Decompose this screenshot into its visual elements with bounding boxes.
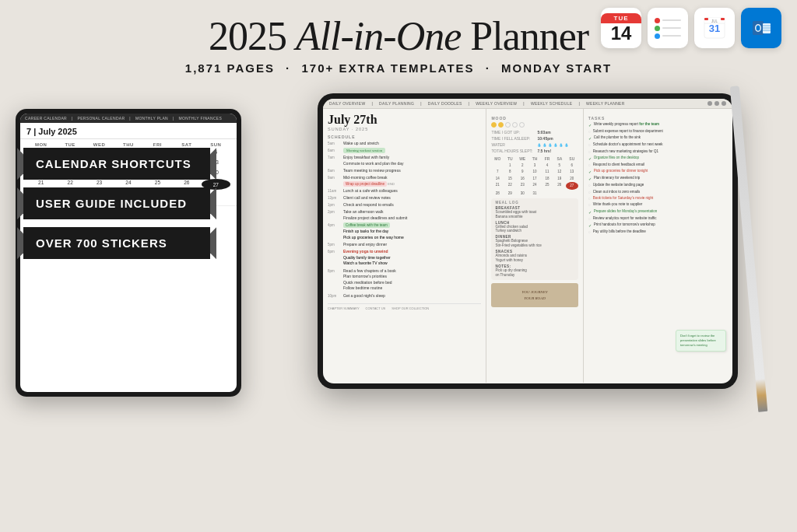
right-date: July 27th bbox=[328, 113, 481, 127]
left-header: 7 | July 2025 bbox=[20, 123, 237, 139]
nav-weekly-overview[interactable]: WEEKLY OVERVIEW bbox=[476, 101, 517, 106]
day-sun: SUN bbox=[202, 142, 230, 147]
sched-5am: 5am Wake up and stretch bbox=[328, 141, 481, 146]
badge-calendar-shortcuts: CALENDAR SHORTCUTS bbox=[23, 148, 210, 180]
tasks-row-3 bbox=[655, 33, 681, 39]
time-slept-row: TIME I FELL ASLEEP: 10:45pm bbox=[491, 136, 578, 141]
nav-monthly-plan[interactable]: MONTHLY PLAN bbox=[135, 116, 168, 121]
svg-text:31: 31 bbox=[709, 23, 720, 34]
sched-1pm: 1pm Check and respond to emails bbox=[328, 202, 481, 208]
mood-dot-1 bbox=[491, 122, 497, 128]
red-dot bbox=[655, 18, 660, 23]
nav-weekly-planner[interactable]: WEEKLY PLANNER bbox=[586, 101, 625, 106]
task-7: ○ Respond to client feedback email bbox=[588, 163, 728, 167]
templates-count: 170+ EXTRA TEMPLATES bbox=[301, 61, 474, 75]
nav-finances[interactable]: MONTHLY FINANCES bbox=[179, 116, 222, 121]
title-suffix: Planner bbox=[461, 14, 588, 58]
day-sat: SAT bbox=[172, 142, 201, 147]
mini-cal-row-3: 14 15 16 17 18 19 20 bbox=[491, 176, 578, 181]
mood-dot-2 bbox=[498, 122, 504, 128]
mini-cal-row-2: 7 8 9 10 11 12 13 bbox=[491, 169, 578, 174]
mood-dots-row bbox=[491, 122, 578, 128]
green-dot bbox=[655, 26, 660, 31]
title-prefix: 2025 bbox=[209, 14, 296, 58]
calendar-date: 14 bbox=[611, 24, 632, 43]
right-nav: DAILY OVERVIEW |DAILY PLANNING |DAILY DO… bbox=[323, 99, 732, 109]
motivational-card: YOU JOURNEYYOUR ROAD bbox=[491, 283, 578, 307]
mood-dot-5 bbox=[519, 122, 525, 128]
task-17: ○ Pay utility bills before the deadline bbox=[588, 229, 728, 234]
mini-cal-row-4: 21 22 23 24 25 26 27 bbox=[491, 182, 578, 190]
sched-6pm: 6pm Evening yoga to unwindQuality family… bbox=[328, 249, 481, 267]
right-day: SUNDAY · 2025 bbox=[328, 127, 481, 131]
task-1: ✓ Write weekly progress report for the t… bbox=[588, 122, 728, 128]
task-15: ○ Review analytics report for website tr… bbox=[588, 216, 728, 221]
nav-personal[interactable]: PERSONAL CALENDAR bbox=[78, 116, 125, 121]
dinner-items: Spaghetti BologneseStir-Fried vegetables… bbox=[495, 239, 574, 248]
task-8: ✓ Pick up groceries for dinner tonight bbox=[588, 169, 728, 174]
tasks-row-2 bbox=[655, 26, 681, 31]
mini-cal-row-1: 1 2 3 4 5 6 bbox=[491, 163, 578, 168]
nav-daily-planning[interactable]: DAILY PLANNING bbox=[379, 101, 414, 106]
nav-career[interactable]: CAREER CALENDAR bbox=[25, 116, 67, 121]
nav-dot-2 bbox=[714, 101, 719, 106]
task-16: ✓ Print handouts for tomorrow's workshop bbox=[588, 222, 728, 228]
nav-items: DAILY OVERVIEW |DAILY PLANNING |DAILY DO… bbox=[329, 101, 703, 106]
meal-log: MEAL LOG BREAKFAST Scrambled eggs with t… bbox=[491, 198, 578, 280]
nav-dot-3 bbox=[722, 101, 726, 106]
page-header: 2025 All-in-One Planner 1,871 PAGES · 17… bbox=[185, 14, 612, 75]
task-9: ✓ Plan itinerary for weekend trip bbox=[588, 176, 728, 181]
task-6: ✓ Organize files on the desktop bbox=[588, 156, 728, 161]
right-tablet-inner: DAILY OVERVIEW |DAILY PLANNING |DAILY DO… bbox=[323, 99, 732, 383]
pencil-stylus bbox=[730, 86, 768, 411]
right-section: DAILY OVERVIEW |DAILY PLANNING |DAILY DO… bbox=[274, 86, 781, 524]
sched-8am: 8am Team meeting to review progress bbox=[328, 168, 481, 173]
task-5: ○ Research new marketing strategies for … bbox=[588, 149, 728, 154]
svg-rect-4 bbox=[704, 18, 708, 20]
motivational-text: YOU JOURNEYYOUR ROAD bbox=[495, 289, 574, 301]
tasks-icon-inner bbox=[650, 13, 686, 44]
sched-10pm: 10pm Get a good night's sleep bbox=[328, 293, 481, 299]
content-grid: July 27th SUNDAY · 2025 SCHEDULE 5am Wak… bbox=[323, 109, 732, 383]
nav-daily-overview[interactable]: DAILY OVERVIEW bbox=[329, 101, 365, 106]
sched-7am: 7am Enjoy breakfast with familyCommute t… bbox=[328, 155, 481, 166]
tracker-column: MOOD TIME bbox=[486, 109, 583, 383]
reminders-icon[interactable] bbox=[648, 8, 688, 48]
snacks-items: Almonds and raisinsYogurt with honey bbox=[495, 254, 574, 263]
apple-calendar-icon[interactable]: TUE 14 bbox=[601, 8, 641, 48]
mini-cal-header: MOTUWETHFRSASU bbox=[491, 156, 578, 161]
nav-daily-doodles[interactable]: DAILY DOODLES bbox=[428, 101, 462, 106]
title-italic: All-in-One bbox=[296, 14, 461, 58]
task-10: ○ Update the website landing page bbox=[588, 183, 728, 187]
task-4: ○ Schedule doctor's appointment for next… bbox=[588, 142, 728, 147]
app-icons-row: TUE 14 bbox=[601, 8, 781, 48]
google-calendar-icon[interactable]: 31 JUL bbox=[694, 8, 735, 48]
day-fri: FRI bbox=[143, 142, 172, 147]
mood-section-label: MOOD bbox=[491, 116, 578, 121]
meal-label: MEAL LOG bbox=[495, 201, 574, 205]
task-14: ✓ Prepare slides for Monday's presentati… bbox=[588, 209, 728, 215]
time-got-up-row: TIME I GOT UP: 5:03am bbox=[491, 130, 578, 135]
schedule-column: July 27th SUNDAY · 2025 SCHEDULE 5am Wak… bbox=[323, 109, 486, 383]
sched-11am: 11am Lunch at a cafe with colleagues bbox=[328, 188, 481, 194]
water-row: WATER 💧💧💧💧💧💧 bbox=[491, 142, 578, 147]
tasks-row-1 bbox=[655, 18, 681, 23]
task-12: ○ Book tickets for Saturday's movie nigh… bbox=[588, 196, 728, 201]
mood-dot-3 bbox=[505, 122, 511, 128]
sched-12pm: 12pm Client call and review notes bbox=[328, 195, 481, 201]
badge-stickers: OVER 700 STICKERS bbox=[23, 227, 210, 259]
sched-6am: 6am Morning workout session bbox=[328, 148, 481, 153]
dot-1: · bbox=[286, 61, 290, 75]
tasks-column: TASKS ✓ Write weekly progress report for… bbox=[584, 109, 732, 383]
outlook-icon[interactable] bbox=[741, 8, 781, 48]
blue-dot bbox=[655, 33, 660, 39]
svg-text:JUL: JUL bbox=[711, 19, 718, 23]
left-date: 7 | July 2025 bbox=[26, 127, 230, 136]
svg-point-12 bbox=[757, 26, 760, 31]
task-2: ○ Submit expense report to finance depar… bbox=[588, 129, 728, 134]
sched-2pm: 2pm Take an afternoon walkFinalize proje… bbox=[328, 209, 481, 221]
day-wed: WED bbox=[85, 142, 114, 147]
breakfast-items: Scrambled eggs with toastBanana smoothie bbox=[495, 210, 574, 219]
nav-weekly-schedule[interactable]: WEEKLY SCHEDULE bbox=[531, 101, 573, 106]
right-footer: CHAPTER SUMMARY CONTACT US SHOP OUR COLL… bbox=[328, 303, 481, 310]
